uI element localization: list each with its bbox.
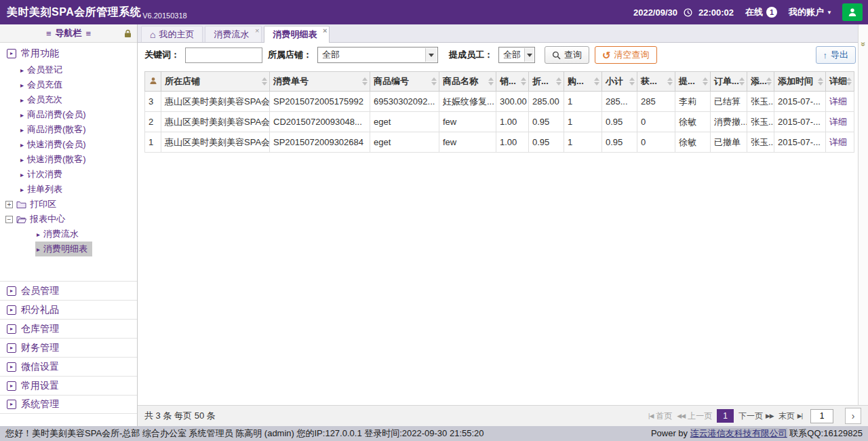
column-header[interactable]: 提... [675, 72, 711, 92]
sort-icon[interactable] [556, 77, 561, 85]
sort-icon[interactable] [431, 77, 437, 85]
column-header[interactable]: 详细 [826, 72, 854, 92]
tab-close-icon[interactable]: × [255, 26, 259, 35]
sidebar-item[interactable]: ▸系统管理 [0, 395, 137, 414]
sort-icon[interactable] [703, 77, 708, 85]
sort-icon[interactable] [262, 77, 267, 85]
tab-consume-detail[interactable]: 消费明细表 × [264, 26, 330, 43]
sidebar-item[interactable]: ▸积分礼品 [0, 300, 137, 319]
sidebar-item[interactable]: ▸商品消费(散客) [0, 122, 137, 137]
scrollbar-strip[interactable]: » [858, 24, 868, 405]
status-bar: 您好！美时美刻美容SPA会所-总部 综合办公室 系统管理员 陈高明 (admin… [0, 426, 868, 441]
sidebar-header[interactable]: ≡ 导航栏 ≡ [0, 24, 137, 43]
staff-select[interactable]: 全部 [498, 47, 535, 63]
sidebar-item[interactable]: ▸会员充值 [0, 77, 137, 92]
keyword-label: 关键词： [144, 49, 180, 61]
sidebar-item[interactable]: ▸会员充次 [0, 92, 137, 107]
sort-icon[interactable] [846, 77, 852, 85]
sidebar-item[interactable]: ▸仓库管理 [0, 319, 137, 338]
collapse-node-icon[interactable]: − [5, 216, 13, 223]
detail-link[interactable]: 详细 [826, 92, 854, 112]
row-number: 3 [145, 92, 161, 112]
tab-close-icon[interactable]: × [323, 26, 327, 35]
tab-label: 消费明细表 [273, 28, 317, 41]
sidebar-item[interactable]: ▸会员登记 [0, 62, 137, 77]
sort-icon[interactable] [739, 77, 745, 85]
column-header-label: 获... [641, 76, 657, 86]
column-header[interactable]: 订单... [711, 72, 747, 92]
sidebar-item-label: 挂单列表 [27, 183, 62, 195]
sidebar-item[interactable]: +打印区 [0, 197, 137, 212]
sidebar: ≡ 导航栏 ≡ ▸常用功能▸会员登记▸会员充值▸会员充次▸商品消费(会员)▸商品… [0, 24, 138, 426]
detail-link[interactable]: 详细 [826, 132, 854, 153]
column-header[interactable]: 商品名称 [439, 72, 496, 92]
table-header-row: 所在店铺消费单号商品编号商品名称销...折...购...小计获...提...订单… [145, 72, 854, 92]
tab-home[interactable]: ⌂ 我的主页 [141, 26, 203, 42]
store-label: 所属店铺： [268, 49, 312, 61]
column-header[interactable]: 折... [529, 72, 564, 92]
sidebar-item[interactable]: ▸商品消费(会员) [0, 107, 137, 122]
table-cell: 张玉... [747, 112, 774, 132]
clear-search-button[interactable]: ↺ 清空查询 [595, 46, 657, 64]
table-cell: 1.00 [496, 132, 529, 153]
column-header[interactable]: 添... [747, 72, 774, 92]
keyword-input[interactable] [185, 47, 262, 63]
column-header[interactable]: 销... [496, 72, 529, 92]
sidebar-item[interactable]: ▸常用设置 [0, 376, 137, 395]
search-button[interactable]: 查询 [545, 46, 589, 64]
store-select[interactable]: 全部 [317, 47, 438, 63]
sidebar-item[interactable]: ▸消费流水 [0, 227, 137, 242]
page-number-input[interactable] [810, 409, 833, 423]
sort-icon[interactable] [521, 77, 526, 85]
online-status[interactable]: 在线 1 [745, 6, 777, 18]
sort-icon[interactable] [488, 77, 494, 85]
column-header[interactable]: 添加时间 [774, 72, 826, 92]
go-page-button[interactable]: › [845, 408, 861, 424]
sidebar-item[interactable]: ▸消费明细表 [0, 242, 137, 256]
sidebar-item[interactable]: ▸快速消费(散客) [0, 152, 137, 167]
column-header[interactable]: 商品编号 [370, 72, 439, 92]
last-page-icon: ▶| [797, 413, 802, 419]
column-header[interactable]: 消费单号 [270, 72, 370, 92]
row-number: 2 [145, 112, 161, 132]
top-header-bar: 美时美刻SPA会所管理系统 V6.20150318 2022/09/30 22:… [0, 0, 868, 24]
detail-link[interactable]: 详细 [826, 112, 854, 132]
sort-icon[interactable] [629, 77, 635, 85]
sidebar-item[interactable]: −报表中心 [0, 212, 137, 227]
sort-icon[interactable] [766, 77, 772, 85]
last-page-button[interactable]: 末页 ▶| [778, 410, 802, 422]
sidebar-item[interactable]: ▸常用功能 [0, 45, 137, 62]
column-header[interactable]: 购... [564, 72, 602, 92]
prev-page-button[interactable]: ◀◀ 上一页 [677, 410, 712, 422]
export-button[interactable]: ↑ 导出 [816, 46, 856, 64]
header-right-group: 2022/09/30 22:00:02 在线 1 我的账户 ▼ [633, 3, 863, 21]
column-header[interactable]: 获... [637, 72, 675, 92]
sidebar-item[interactable]: ▸计次消费 [0, 167, 137, 182]
next-page-button[interactable]: 下一页 ▶▶ [738, 410, 774, 422]
lock-icon[interactable] [124, 29, 132, 38]
column-header[interactable]: 所在店铺 [161, 72, 270, 92]
account-menu[interactable]: 我的账户 ▼ [789, 6, 832, 18]
sort-icon[interactable] [362, 77, 368, 85]
first-page-button[interactable]: |◀ 首页 [648, 410, 672, 422]
table-cell: 1.00 [496, 112, 529, 132]
table-row: 2惠山区美时美刻美容SPA会...CD20150720093048...eget… [145, 112, 854, 132]
sidebar-item[interactable]: ▸微信设置 [0, 357, 137, 376]
collapse-panel-icon[interactable]: » [859, 39, 868, 49]
expand-node-icon[interactable]: + [5, 201, 13, 208]
sidebar-item[interactable]: ▸财务管理 [0, 338, 137, 357]
sidebar-item[interactable]: ▸会员管理 [0, 281, 137, 300]
section-box-icon: ▸ [7, 343, 16, 353]
current-page-button[interactable]: 1 [717, 409, 734, 423]
sidebar-item[interactable]: ▸快速消费(会员) [0, 137, 137, 152]
tab-consume-flow[interactable]: 消费流水 × [205, 26, 262, 42]
company-link[interactable]: 连云港信友科技有限公司 [690, 428, 787, 438]
section-box-icon: ▸ [7, 400, 16, 409]
online-service-button[interactable] [842, 3, 863, 21]
sort-icon[interactable] [667, 77, 673, 85]
sort-icon[interactable] [594, 77, 599, 85]
column-header[interactable]: 小计 [602, 72, 637, 92]
sort-icon[interactable] [818, 77, 823, 85]
column-header-label: 添加时间 [778, 76, 813, 86]
sidebar-item[interactable]: ▸挂单列表 [0, 182, 137, 197]
